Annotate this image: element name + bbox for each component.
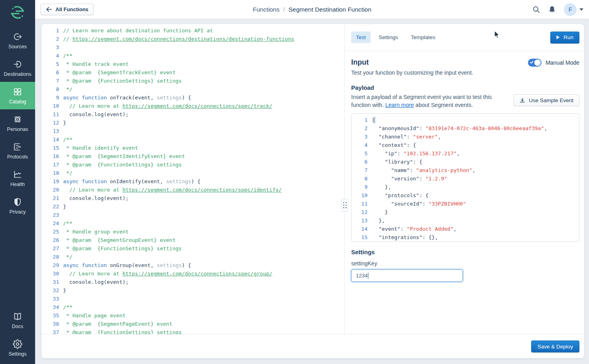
sidebar-item-health[interactable]: Health [0, 164, 35, 192]
code-text: * Handle page event [59, 311, 126, 320]
sidebar-item-personas[interactable]: Personas [0, 109, 35, 137]
code-line: 27 * @param {FunctionSettings} settings [42, 244, 344, 253]
line-number: 33 [42, 295, 59, 303]
text-cursor [368, 273, 368, 279]
code-line: 14/** [42, 135, 344, 144]
input-heading: Input [351, 58, 369, 67]
line-number: 5 [42, 60, 59, 68]
play-icon [556, 35, 560, 40]
code-editor[interactable]: 1// Learn more about destination functio… [42, 24, 345, 334]
payload-heading: Payload [351, 84, 579, 91]
run-button[interactable]: Run [550, 32, 579, 44]
breadcrumb-functions-link[interactable]: Functions [253, 6, 279, 13]
line-number: 12 [352, 208, 368, 216]
save-deploy-button[interactable]: Save & Deploy [531, 340, 579, 352]
back-arrow-icon [46, 7, 52, 12]
notifications-bell-icon[interactable] [548, 5, 556, 14]
avatar[interactable]: F [564, 3, 577, 16]
download-icon [520, 97, 525, 103]
use-sample-event-button[interactable]: Use Sample Event [514, 94, 579, 106]
tab-settings[interactable]: Settings [374, 32, 403, 43]
line-number: 3 [352, 133, 368, 141]
main-area: All Functions Functions / Segment Destin… [35, 0, 589, 364]
code-text [59, 211, 63, 219]
code-text: */ [59, 169, 72, 177]
code-line: 13 [42, 127, 344, 135]
line-number: 36 [42, 320, 59, 328]
code-line: 3 "channel": "server", [352, 133, 579, 141]
code-text: } [368, 208, 388, 216]
code-text: // Learn more at https://segment.com/doc… [59, 269, 272, 278]
code-line: 9 }, [352, 183, 579, 191]
line-number: 7 [42, 77, 59, 85]
code-text: } [59, 202, 66, 211]
all-functions-back-button[interactable]: All Functions [40, 4, 94, 15]
code-line: 20 // Learn more at https://segment.com/… [42, 186, 344, 194]
tab-test[interactable]: Test [351, 32, 371, 43]
search-icon[interactable] [532, 5, 540, 14]
sidebar-item-privacy[interactable]: Privacy [0, 192, 35, 220]
manual-mode-control: Manual Mode [528, 59, 579, 67]
code-line: 11 console.log(event); [42, 110, 344, 119]
code-text: async function onIdentify(event, setting… [59, 177, 200, 186]
sidebar-item-label: Catalog [9, 99, 26, 105]
code-line: 12 } [352, 208, 579, 216]
code-line: 22} [42, 202, 344, 211]
line-number: 26 [42, 236, 59, 244]
learn-more-link[interactable]: Learn more [385, 102, 414, 108]
line-number: 5 [352, 149, 368, 158]
code-line: 31 console.log(event); [42, 278, 344, 286]
page-title: Segment Destination Function [289, 6, 372, 13]
sidebar-item-label: Privacy [10, 209, 26, 215]
line-number: 32 [42, 286, 59, 295]
use-sample-event-label: Use Sample Event [529, 97, 573, 103]
code-text: * @param {SegmentPageEvent} event [59, 320, 172, 328]
line-number: 22 [42, 202, 59, 211]
sidebar-item-destinations[interactable]: Destinations [0, 54, 35, 82]
sidebar-item-protocols[interactable]: Protocols [0, 137, 35, 164]
code-line: 17 * @param {FunctionSettings} settings [42, 160, 344, 169]
segment-logo-icon[interactable] [0, 0, 35, 27]
code-line: 7 "name": "analytics-python", [352, 166, 579, 174]
code-line: 18 */ [42, 169, 344, 177]
code-text: "sourceId": "33PZBIVHH0" [368, 200, 466, 208]
code-text: * Handle group event [59, 228, 128, 236]
line-number: 10 [42, 102, 59, 110]
code-text: } [59, 119, 66, 127]
tab-templates[interactable]: Templates [406, 32, 441, 43]
code-line: 9async function onTrack(event, settings)… [42, 93, 344, 102]
sidebar-item-sources[interactable]: Sources [0, 27, 35, 54]
sidebar-item-docs[interactable]: Docs [0, 307, 35, 334]
sidebar-item-label: Health [10, 182, 25, 187]
payload-json-editor[interactable]: 1{2 "anonymousId": "83191e74-072c-463a-8… [351, 113, 579, 242]
toggle-knob [534, 59, 541, 66]
code-text: "channel": "server", [368, 133, 441, 141]
code-line: 34/** [42, 303, 344, 311]
destinations-icon [13, 59, 22, 69]
code-line: 2 "anonymousId": "83191e74-072c-463a-804… [352, 124, 579, 133]
code-text: async function onTrack(event, settings) … [59, 93, 191, 102]
sidebar-item-settings[interactable]: Settings [0, 334, 35, 362]
payload-desc-tail: about Segment events. [414, 102, 473, 108]
code-line: 23 [42, 211, 344, 219]
line-number: 2 [352, 124, 368, 133]
code-text: * @param {FunctionSettings} settings [59, 77, 182, 85]
back-button-label: All Functions [55, 6, 88, 12]
code-text: // Learn more at https://segment.com/doc… [59, 102, 272, 110]
code-line: 30 // Learn more at https://segment.com/… [42, 269, 344, 278]
code-text [59, 43, 63, 51]
code-text: console.log(event); [59, 110, 128, 119]
sidebar-item-label: Sources [8, 44, 27, 49]
sidebar-item-catalog[interactable]: Catalog [0, 82, 35, 109]
pane-resize-handle[interactable] [341, 199, 348, 212]
test-panel-tabs: TestSettingsTemplates Run [345, 24, 584, 51]
line-number: 24 [42, 219, 59, 228]
line-number: 13 [42, 127, 59, 135]
line-number: 20 [42, 186, 59, 194]
manual-mode-toggle[interactable] [528, 59, 542, 67]
sidebar-bottom-nav: DocsSettings [0, 307, 35, 362]
line-number: 12 [42, 119, 59, 127]
account-menu[interactable]: F [564, 3, 583, 16]
line-number: 17 [42, 160, 59, 169]
setting-key-input[interactable]: 1234 [351, 269, 463, 282]
